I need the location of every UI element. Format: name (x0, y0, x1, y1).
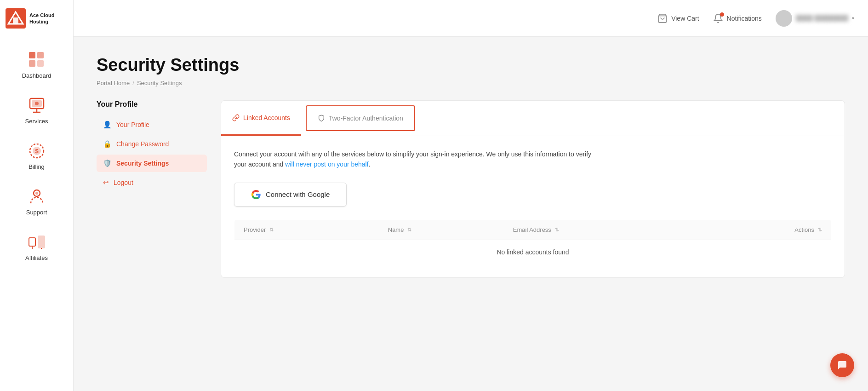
left-menu-change-password-label: Change Password (116, 140, 169, 148)
tab-two-factor-label: Two-Factor Authentication (329, 115, 403, 122)
view-cart-action[interactable]: View Cart (657, 13, 699, 23)
sidebar-item-dashboard[interactable]: Dashboard (0, 42, 73, 87)
tab-linked-accounts[interactable]: Linked Accounts (221, 101, 301, 136)
logout-icon: ↩ (103, 178, 109, 187)
dashboard-icon (27, 50, 46, 69)
tabs-row: Linked Accounts Two-Factor Authenticatio… (221, 101, 845, 136)
notification-icon-wrap (713, 13, 723, 23)
col-email[interactable]: Email Address ⇅ (504, 219, 695, 240)
left-menu-item-your-profile[interactable]: 👤 Your Profile (97, 116, 207, 133)
sort-provider-icon: ⇅ (269, 227, 274, 233)
notifications-label: Notifications (727, 15, 762, 22)
google-g-icon (251, 190, 261, 200)
left-menu-item-change-password[interactable]: 🔒 Change Password (97, 135, 207, 153)
svg-rect-2 (13, 17, 18, 24)
notification-badge (720, 12, 724, 17)
breadcrumb-home[interactable]: Portal Home (97, 80, 130, 86)
left-menu-your-profile-label: Your Profile (116, 121, 149, 128)
breadcrumb-separator: / (132, 80, 134, 86)
user-name: ████ ████████ (796, 15, 848, 22)
shield-icon: 🛡️ (103, 159, 112, 167)
connect-description: Connect your account with any of the ser… (234, 149, 593, 170)
sidebar-item-support[interactable]: Support (0, 178, 73, 224)
sort-email-icon: ⇅ (555, 227, 559, 233)
sidebar-item-support-label: Support (26, 209, 47, 216)
brand-name: Ace CloudHosting (29, 12, 54, 25)
notifications-action[interactable]: Notifications (713, 13, 762, 23)
link-icon (232, 114, 240, 121)
chat-icon (837, 360, 848, 371)
left-menu-logout-label: Logout (114, 179, 133, 186)
sidebar-item-services-label: Services (25, 118, 48, 125)
col-actions[interactable]: Actions ⇅ (695, 219, 831, 240)
svg-rect-5 (29, 60, 35, 67)
table-body: No linked accounts found (234, 240, 832, 264)
left-menu-section-title: Your Profile (97, 100, 207, 109)
page-content: Security Settings Portal Home / Security… (74, 37, 868, 391)
chat-fab-button[interactable] (830, 353, 854, 377)
main-container: View Cart Notifications ████ ████████ ▾ … (74, 0, 868, 391)
sidebar-item-affiliates[interactable]: Affiliates (0, 224, 73, 270)
tab-linked-accounts-label: Linked Accounts (243, 114, 290, 121)
lock-icon: 🔒 (103, 140, 112, 148)
sidebar-item-dashboard-label: Dashboard (22, 72, 51, 79)
svg-point-11 (35, 102, 39, 105)
table-empty-row: No linked accounts found (234, 240, 832, 264)
left-menu: Your Profile 👤 Your Profile 🔒 Change Pas… (97, 100, 207, 278)
svg-rect-6 (37, 60, 44, 67)
col-provider[interactable]: Provider ⇅ (234, 219, 379, 240)
connect-google-button[interactable]: Connect with Google (234, 183, 347, 207)
sort-actions-icon: ⇅ (818, 227, 822, 233)
ace-logo-icon (6, 8, 26, 29)
left-menu-item-security-settings[interactable]: 🛡️ Security Settings (97, 155, 207, 172)
linked-accounts-table: Provider ⇅ Name ⇅ (234, 219, 832, 264)
user-icon: 👤 (103, 121, 112, 129)
sidebar-nav: Dashboard Services $ Billing (0, 37, 73, 270)
cart-icon (657, 13, 668, 23)
cart-icon-wrap (657, 13, 668, 23)
col-name[interactable]: Name ⇅ (379, 219, 504, 240)
svg-text:$: $ (35, 148, 39, 155)
left-menu-item-logout[interactable]: ↩ Logout (97, 174, 207, 191)
billing-icon: $ (27, 141, 46, 161)
sidebar-item-billing-label: Billing (29, 163, 45, 170)
services-icon (27, 96, 46, 115)
svg-rect-18 (38, 236, 45, 248)
user-avatar (776, 10, 792, 27)
empty-message: No linked accounts found (234, 240, 832, 264)
panel-body: Connect your account with any of the ser… (221, 136, 845, 277)
sidebar-item-affiliates-label: Affiliates (25, 254, 48, 261)
chevron-down-icon: ▾ (852, 16, 854, 21)
will-never-post: will never post on your behalf (285, 161, 368, 168)
sort-name-icon: ⇅ (407, 227, 411, 233)
brand-logo[interactable]: Ace CloudHosting (0, 0, 73, 37)
table-header: Provider ⇅ Name ⇅ (234, 219, 832, 240)
right-panel: Linked Accounts Two-Factor Authenticatio… (221, 100, 845, 278)
affiliates-icon (27, 232, 46, 252)
sidebar: Ace CloudHosting Dashboard Services (0, 0, 74, 391)
user-menu[interactable]: ████ ████████ ▾ (776, 10, 854, 27)
breadcrumb-current: Security Settings (137, 80, 182, 86)
svg-rect-3 (29, 52, 35, 58)
svg-rect-4 (37, 52, 44, 58)
content-layout: Your Profile 👤 Your Profile 🔒 Change Pas… (97, 100, 845, 278)
sidebar-item-billing[interactable]: $ Billing (0, 133, 73, 178)
tab-two-factor[interactable]: Two-Factor Authentication (306, 105, 415, 131)
top-header: View Cart Notifications ████ ████████ ▾ (74, 0, 868, 37)
svg-point-16 (35, 192, 38, 195)
page-title: Security Settings (97, 55, 845, 75)
shield-tab-icon (318, 115, 325, 122)
svg-rect-17 (29, 238, 35, 246)
connect-google-label: Connect with Google (266, 190, 330, 198)
left-menu-security-settings-label: Security Settings (116, 160, 169, 167)
support-icon (27, 187, 46, 206)
breadcrumb: Portal Home / Security Settings (97, 80, 845, 86)
view-cart-label: View Cart (671, 15, 699, 22)
sidebar-item-services[interactable]: Services (0, 87, 73, 133)
